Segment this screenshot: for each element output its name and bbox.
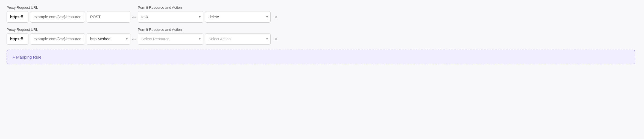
method-select-1[interactable]: POST GET PUT DELETE PATCH [87,11,130,23]
add-mapping-rule-button[interactable]: + Mapping Rule [7,50,635,64]
method-select-2[interactable]: http Method POST GET PUT DELETE PATCH [87,33,130,45]
close-button-1[interactable]: × [272,13,280,21]
action-select-wrapper-2: Select Action delete read write create u… [205,33,271,45]
action-select-wrapper-1: delete read write create update ▾ [205,11,271,23]
resource-select-1[interactable]: task user document project [138,11,203,23]
resource-select-2[interactable]: Select Resource task user document proje… [138,33,203,45]
permit-block-2: Permit Resource and Action Select Resour… [138,28,280,45]
permit-content-1: task user document project ▾ delete read… [138,11,280,23]
proxy-url-content-1: https:// POST GET PUT DELETE PATCH [7,11,130,23]
permit-label-2: Permit Resource and Action [138,28,280,32]
proxy-url-block-1: Proxy Request URL https:// POST GET PUT … [7,5,130,23]
action-select-2[interactable]: Select Action delete read write create u… [205,33,271,45]
arrow-symbol-2: ⇦ [132,36,136,42]
proxy-url-block-2: Proxy Request URL https:// http Method P… [7,28,130,45]
arrow-symbol-1: ⇦ [132,14,136,20]
connector-arrow-2: ⇦ [130,36,138,42]
permit-label-1: Permit Resource and Action [138,5,280,10]
resource-select-wrapper-1: task user document project ▾ [138,11,203,23]
url-input-1[interactable] [30,11,85,23]
action-select-1[interactable]: delete read write create update [205,11,271,23]
proxy-url-label-2: Proxy Request URL [7,28,130,32]
permit-block-1: Permit Resource and Action task user doc… [138,5,280,23]
close-button-2[interactable]: × [272,35,280,43]
https-badge-1: https:// [7,11,28,23]
proxy-url-content-2: https:// http Method POST GET PUT DELETE… [7,33,130,45]
method-select-wrapper-1: POST GET PUT DELETE PATCH [87,11,130,23]
url-input-2[interactable] [30,33,85,45]
resource-select-wrapper-2: Select Resource task user document proje… [138,33,203,45]
proxy-url-label-1: Proxy Request URL [7,5,130,10]
permit-content-2: Select Resource task user document proje… [138,33,280,45]
connector-arrow-1: ⇦ [130,14,138,20]
mapping-row-2: Proxy Request URL https:// http Method P… [7,28,637,45]
https-badge-2: https:// [7,33,28,45]
mapping-row-1: Proxy Request URL https:// POST GET PUT … [7,5,637,23]
method-select-wrapper-2: http Method POST GET PUT DELETE PATCH ▾ [87,33,130,45]
